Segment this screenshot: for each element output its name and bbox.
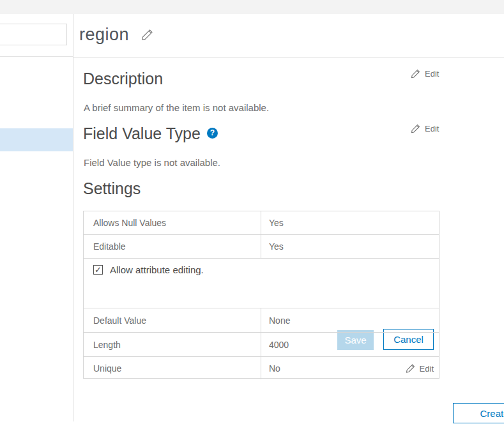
allow-attribute-editing-option: ✓ Allow attribute editing. (93, 264, 204, 275)
allow-attribute-editing-label: Allow attribute editing. (110, 264, 204, 275)
description-heading: Description (83, 70, 163, 88)
edit-label: Edit (420, 363, 434, 373)
help-icon[interactable]: ? (207, 128, 218, 139)
sidebar-selected-item[interactable] (0, 128, 73, 151)
table-row-editable: Editable Yes (84, 235, 439, 259)
field-value-type-edit-button[interactable]: Edit (411, 124, 439, 133)
row-value-text: No (269, 363, 280, 374)
title-edit-pencil-icon[interactable] (141, 29, 153, 41)
allow-attribute-editing-checkbox[interactable]: ✓ (93, 265, 103, 275)
editable-edit-panel: ✓ Allow attribute editing. Save Cancel (84, 259, 439, 308)
description-body: A brief summary of the item is not avail… (84, 102, 269, 113)
page-title: region (79, 25, 129, 45)
pencil-icon (406, 363, 415, 373)
description-edit-button[interactable]: Edit (411, 69, 439, 79)
table-row-length: Length 4000 (84, 333, 439, 357)
row-value: 4000 (261, 333, 439, 356)
sidebar-divider (0, 56, 73, 57)
create-button[interactable]: Create (453, 403, 504, 423)
field-value-type-heading: Field Value Type? (83, 125, 218, 143)
sidebar-content-divider (73, 14, 73, 421)
table-row-allows-null-values: Allows Null Values Yes (84, 211, 439, 235)
row-value: No Edit (261, 357, 439, 379)
pencil-icon (411, 124, 420, 133)
header-divider (73, 57, 504, 58)
row-label: Allows Null Values (84, 211, 261, 234)
field-value-type-heading-text: Field Value Type (83, 125, 201, 142)
field-value-type-body: Field Value type is not available. (84, 157, 220, 168)
sidebar-search-input[interactable] (0, 24, 67, 45)
table-row-default-value: Default Value None (84, 308, 439, 333)
row-label: Length (84, 333, 261, 356)
pencil-icon (411, 69, 420, 79)
settings-heading: Settings (83, 179, 141, 198)
edit-label: Edit (425, 69, 439, 79)
row-label: Unique (84, 357, 261, 379)
edit-label: Edit (425, 124, 439, 133)
top-bar (0, 0, 504, 14)
row-label: Editable (84, 235, 261, 258)
settings-table: Allows Null Values Yes Editable Yes ✓ Al… (83, 211, 439, 379)
row-value: Yes (261, 211, 439, 234)
table-row-unique: Unique No Edit (84, 357, 439, 379)
field-details-page: region Description Edit A brief summary … (0, 0, 504, 424)
row-value: None (261, 308, 439, 332)
row-label: Default Value (84, 308, 261, 332)
row-value: Yes (261, 235, 439, 258)
unique-edit-button[interactable]: Edit (406, 363, 434, 373)
